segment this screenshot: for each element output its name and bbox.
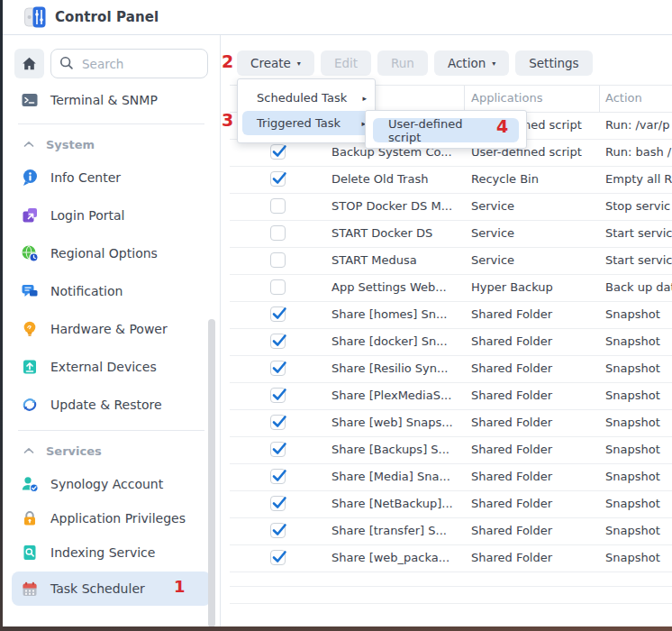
task-application-cell: Shared Folder [471,416,552,429]
table-row[interactable]: Share [PlexMediaS...Shared FolderSnapsho… [230,383,672,410]
create-button[interactable]: Create▾ [237,50,314,76]
task-checkbox[interactable] [270,225,286,241]
sidebar-section-services[interactable]: Services [14,441,208,461]
task-checkbox[interactable] [270,252,286,268]
sidebar-item-terminal-snmp[interactable]: Terminal & SNMP [14,87,208,113]
sidebar-section-system[interactable]: System [14,134,208,154]
task-checkbox[interactable] [270,171,286,187]
task-checkbox[interactable] [270,496,286,511]
sidebar-item-login-portal[interactable]: Login Portal [14,197,208,234]
doc-search-icon [21,544,39,562]
task-name-cell: Share [docker] Sn... [331,334,448,348]
window-title: Control Panel [55,9,159,25]
task-checkbox[interactable] [270,334,286,349]
task-name-cell: Share [NetBackup]... [331,497,453,510]
task-action-cell: Snapshot [605,307,660,321]
task-checkbox[interactable] [270,469,286,484]
run-button[interactable]: Run [377,50,428,76]
sidebar-item-label: Regional Options [50,246,158,261]
create-menu: Scheduled Task▸Triggered Task▸ [237,78,376,143]
task-name-cell: Share [transfer] S... [331,524,447,537]
task-action-cell: Snapshot [605,524,660,537]
menu-item-scheduled-task[interactable]: Scheduled Task▸ [238,86,375,110]
padlock-icon [21,509,39,527]
empty-row [230,572,672,587]
table-row[interactable]: START Docker DSServiceStart servic [230,221,672,248]
table-row[interactable]: Share [NetBackup]...Shared FolderSnapsho… [230,491,672,518]
home-button[interactable] [14,49,44,78]
column-header-applications[interactable]: Applications [471,91,542,105]
account-check-icon [21,475,39,493]
task-application-cell: Shared Folder [471,524,552,537]
table-row[interactable]: Share [web] Snaps...Shared FolderSnapsho… [230,410,672,437]
titlebar: Control Panel [3,0,672,35]
table-row[interactable]: Share [transfer] S...Shared FolderSnapsh… [230,518,672,545]
task-checkbox[interactable] [270,523,286,538]
globe-clock-icon [21,244,39,262]
task-application-cell: Shared Folder [471,334,552,348]
sidebar-scrollbar[interactable] [208,319,215,626]
run-button-label: Run [391,56,414,70]
search-input[interactable] [50,49,208,78]
sidebar-item-update-restore[interactable]: Update & Restore [14,386,208,424]
task-action-cell: Start servic [605,253,672,267]
sidebar-item-hardware-power[interactable]: Hardware & Power [14,310,208,348]
task-checkbox[interactable] [270,361,286,376]
toolbar: Create▾EditRunAction▾Settings [221,35,672,85]
task-checkbox[interactable] [270,279,286,295]
task-checkbox[interactable] [270,415,286,430]
task-name-cell: Share [PlexMediaS... [331,389,451,402]
settings-button[interactable]: Settings [515,50,592,76]
task-checkbox[interactable] [270,550,286,565]
task-checkbox[interactable] [270,306,286,322]
table-row[interactable]: Share [web_packa...Shared FolderSnapshot [230,545,672,572]
table-row[interactable]: Share [Media] Sna...Shared FolderSnapsho… [230,464,672,491]
sidebar-item-indexing-service[interactable]: Indexing Service [14,535,208,570]
sidebar-item-external-devices[interactable]: External Devices [14,348,208,386]
task-action-cell: Stop servic [605,199,670,213]
task-checkbox[interactable] [270,144,286,160]
task-application-cell: Service [471,199,514,213]
edit-button[interactable]: Edit [321,50,371,76]
column-header-action[interactable]: Action [605,91,642,105]
table-row[interactable]: Share [Resilio Syn...Shared FolderSnapsh… [230,356,672,383]
task-application-cell: Shared Folder [471,551,552,564]
annotation-step-3: 3 [222,111,233,130]
table-row[interactable]: Share [homes] Sn...Shared FolderSnapshot [230,302,672,329]
empty-row [230,587,672,604]
sidebar-item-label: Synology Account [50,477,163,491]
sidebar-divider [18,430,204,431]
table-row[interactable]: App Settings Web...Hyper BackupBack up d… [230,275,672,302]
sidebar-item-regional-options[interactable]: Regional Options [14,234,208,272]
task-action-cell: Snapshot [605,389,660,402]
create-button-label: Create [250,56,291,70]
table-row[interactable]: Share [docker] Sn...Shared FolderSnapsho… [230,329,672,356]
task-checkbox[interactable] [270,442,286,457]
control-panel-icon [24,6,46,28]
table-row[interactable]: START MedusaServiceStart servic [230,248,672,275]
sidebar-item-application-privileges[interactable]: Application Privileges [14,501,208,535]
action-button[interactable]: Action▾ [434,50,509,76]
sidebar-item-label: Application Privileges [50,511,186,526]
task-application-cell: Shared Folder [471,443,552,456]
task-checkbox[interactable] [270,198,286,214]
sidebar-item-label: Info Center [50,170,121,185]
task-checkbox[interactable] [270,388,286,403]
task-action-cell: Snapshot [605,551,660,564]
task-application-cell: Shared Folder [471,389,552,402]
task-application-cell: Shared Folder [471,361,552,375]
table-row[interactable]: Delete Old TrashRecycle BinEmpty all R [230,167,672,194]
table-row[interactable]: Share [Backups] S...Shared FolderSnapsho… [230,437,672,464]
sidebar-item-label: Update & Restore [50,398,162,412]
table-row[interactable]: STOP Docker DS M...ServiceStop servic [230,194,672,221]
sidebar-item-notification[interactable]: Notification [14,272,208,310]
sidebar-item-info-center[interactable]: Info Center [14,159,208,197]
task-name-cell: Share [Resilio Syn... [331,361,448,375]
task-name-cell: START Docker DS [331,226,432,240]
task-action-cell: Snapshot [605,497,660,510]
task-name-cell: Share [Media] Sna... [331,470,450,483]
home-icon [21,55,38,72]
sidebar-item-synology-account[interactable]: Synology Account [14,467,208,501]
menu-item-triggered-task[interactable]: Triggered Task▸ [242,111,370,135]
sidebar-item-label: Terminal & SNMP [50,93,158,107]
